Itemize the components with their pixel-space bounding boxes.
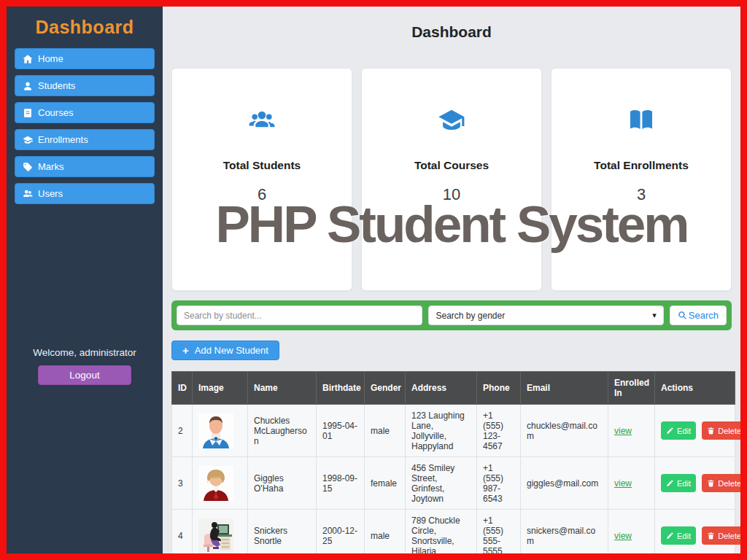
add-new-student-label: Add New Student: [195, 345, 268, 356]
add-new-student-button[interactable]: + Add New Student: [171, 341, 279, 360]
delete-button[interactable]: Delete: [702, 526, 740, 545]
sidebar-item-label: Marks: [38, 161, 63, 172]
app-window: Dashboard Home Students Courses: [0, 0, 747, 560]
cell-id: 2: [172, 405, 193, 457]
sidebar-footer: Welcome, administrator Logout: [7, 347, 163, 385]
card-label: Total Courses: [362, 159, 541, 172]
stats-cards: Total Students 6 Total Courses 10 Total …: [171, 68, 732, 291]
sidebar-item-label: Users: [38, 188, 63, 199]
open-book-icon: [627, 106, 655, 134]
total-courses-card: Total Courses 10: [361, 68, 542, 291]
cell-address: 123 Laughing Lane, Jollyville, Happyland: [406, 405, 477, 457]
total-students-card: Total Students 6: [171, 68, 352, 291]
cell-enrolled-in: view: [608, 457, 655, 510]
cell-gender: male: [365, 510, 406, 554]
table-row: 4: [172, 510, 735, 554]
table-row: 2 Chuckles McLaugherso: [172, 405, 735, 457]
cell-gender: male: [365, 405, 406, 457]
edit-button[interactable]: Edit: [661, 421, 696, 440]
search-icon: [678, 311, 687, 320]
cell-actions: Edit Delete: [655, 510, 735, 554]
logout-button[interactable]: Logout: [38, 365, 131, 385]
view-link[interactable]: view: [614, 531, 632, 541]
column-header-address: Address: [406, 372, 477, 405]
trash-icon: [707, 427, 715, 435]
table-header-row: ID Image Name Birthdate Gender Address P…: [172, 372, 735, 405]
view-link[interactable]: view: [614, 478, 632, 489]
sidebar-item-users[interactable]: Users: [15, 183, 155, 204]
column-header-enrolled-in: Enrolled In: [608, 372, 655, 405]
trash-icon: [707, 532, 715, 540]
cell-enrolled-in: view: [608, 510, 655, 554]
sidebar-item-enrollments[interactable]: Enrollments: [15, 129, 155, 150]
delete-button[interactable]: Delete: [702, 421, 740, 440]
card-value: 6: [172, 185, 352, 204]
card-value: 3: [551, 185, 731, 204]
student-icon: [23, 81, 33, 91]
person-red-suit-avatar: [198, 466, 233, 501]
edit-button[interactable]: Edit: [661, 526, 696, 545]
users-group-icon: [248, 106, 276, 134]
delete-button[interactable]: Delete: [702, 474, 740, 492]
sidebar-item-courses[interactable]: Courses: [15, 102, 155, 123]
tag-icon: [23, 162, 33, 172]
pencil-icon: [666, 532, 674, 540]
main-content: Dashboard Total Students 6 Total Courses…: [163, 7, 740, 553]
man-blue-suit-avatar: [198, 413, 233, 448]
gender-select-value: Search by gender: [436, 311, 505, 321]
graduation-cap-icon: [23, 135, 33, 145]
search-button[interactable]: Search: [670, 306, 727, 325]
book-icon: [23, 108, 33, 118]
home-icon: [23, 54, 33, 64]
column-header-gender: Gender: [365, 372, 406, 405]
sidebar-item-marks[interactable]: Marks: [15, 156, 155, 177]
search-button-label: Search: [689, 310, 719, 321]
cell-name: Snickers Snortle: [248, 510, 317, 554]
cell-name: Giggles O'Haha: [248, 457, 317, 510]
sidebar-item-students[interactable]: Students: [15, 75, 155, 96]
column-header-birthdate: Birthdate: [317, 372, 365, 405]
cell-actions: Edit Delete: [655, 405, 735, 457]
gender-select[interactable]: Search by gender ▾: [428, 306, 663, 325]
sidebar-item-label: Home: [38, 53, 63, 64]
card-label: Total Students: [172, 159, 352, 172]
trash-icon: [707, 479, 715, 487]
sidebar-item-label: Enrollments: [38, 134, 88, 145]
cell-address: 789 Chuckle Circle, Snortsville, Hilaria: [406, 510, 477, 554]
graduation-cap-icon: [438, 106, 465, 134]
cell-phone: +1 (555) 123-4567: [477, 405, 521, 457]
welcome-text: Welcome, administrator: [7, 347, 163, 358]
plus-icon: +: [182, 344, 189, 357]
edit-button[interactable]: Edit: [661, 474, 696, 492]
view-link[interactable]: view: [614, 426, 632, 436]
sidebar-item-home[interactable]: Home: [15, 48, 155, 69]
cell-enrolled-in: view: [608, 405, 655, 457]
cell-phone: +1 (555) 987-6543: [477, 457, 521, 510]
chevron-down-icon: ▾: [652, 311, 657, 320]
cell-birthdate: 1995-04-01: [317, 405, 365, 457]
sidebar-menu: Home Students Courses Enrollments: [7, 48, 163, 204]
sidebar-item-label: Students: [38, 80, 75, 91]
cell-gender: female: [365, 457, 406, 510]
pencil-icon: [666, 427, 674, 435]
page-title: Dashboard: [171, 23, 732, 41]
card-label: Total Enrollments: [551, 159, 731, 172]
sidebar: Dashboard Home Students Courses: [7, 7, 163, 553]
table-row: 3 Giggles O'Haha 1998-09-15: [172, 457, 735, 510]
cell-email: snickers@mail.com: [521, 510, 608, 554]
card-value: 10: [362, 185, 541, 204]
cell-birthdate: 2000-12-25: [317, 510, 365, 554]
cell-birthdate: 1998-09-15: [317, 457, 365, 510]
total-enrollments-card: Total Enrollments 3: [551, 68, 732, 291]
column-header-id: ID: [172, 372, 193, 405]
column-header-phone: Phone: [477, 372, 521, 405]
column-header-actions: Actions: [655, 372, 735, 405]
cell-id: 4: [172, 510, 193, 554]
column-header-image: Image: [193, 372, 248, 405]
column-header-name: Name: [248, 372, 317, 405]
cell-email: giggles@mail.com: [521, 457, 608, 510]
cell-image: [193, 405, 248, 457]
users-icon: [23, 189, 33, 199]
search-student-input[interactable]: [177, 306, 422, 325]
cell-address: 456 Smiley Street, Grinfest, Joytown: [406, 457, 477, 510]
